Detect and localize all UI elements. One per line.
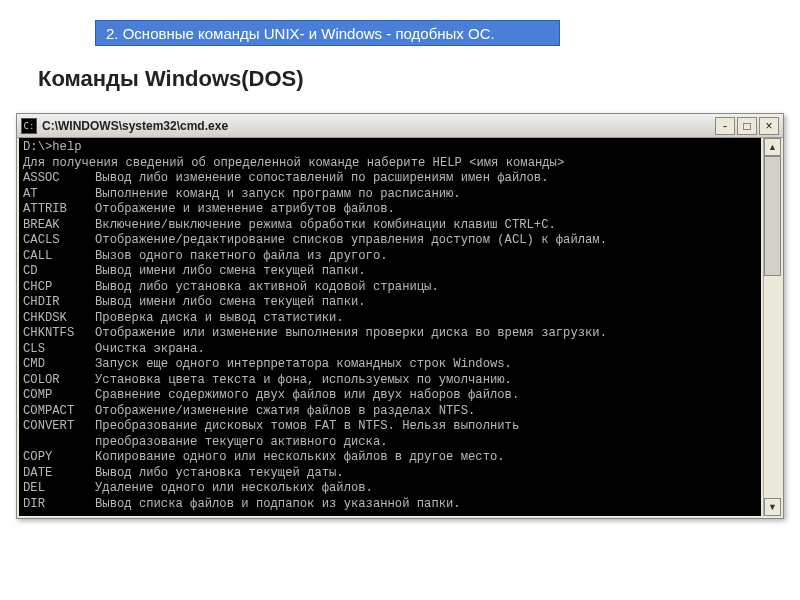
cmd-icon: C: [21,118,37,134]
command-desc: Удаление одного или нескольких файлов. [95,481,753,497]
command-row: DATEВывод либо установка текущей даты. [23,466,757,482]
command-name: CHKNTFS [23,326,95,342]
command-name: CLS [23,342,95,358]
command-desc: Отображение/редактирование списков управ… [95,233,753,249]
command-row: CHKDSKПроверка диска и вывод статистики. [23,311,757,327]
minimize-button[interactable]: ‐ [715,117,735,135]
command-name: CACLS [23,233,95,249]
command-name: BREAK [23,218,95,234]
command-desc: Отображение или изменение выполнения про… [95,326,753,342]
command-desc: Вывод либо изменение сопоставлений по ра… [95,171,753,187]
command-name: DEL [23,481,95,497]
command-name: CONVERT [23,419,95,435]
window-title: C:\WINDOWS\system32\cmd.exe [42,119,715,133]
scroll-up-button[interactable]: ▲ [764,138,781,156]
scroll-thumb[interactable] [764,156,781,276]
section-title: Команды Windows(DOS) [38,66,304,92]
cmd-window: C: C:\WINDOWS\system32\cmd.exe ‐ □ × D:\… [16,113,784,519]
command-desc: Вызов одного пакетного файла из другого. [95,249,753,265]
window-controls: ‐ □ × [715,117,779,135]
command-row: CLSОчистка экрана. [23,342,757,358]
command-desc: Выполнение команд и запуск программ по р… [95,187,753,203]
command-row: CDВывод имени либо смена текущей папки. [23,264,757,280]
command-name: CALL [23,249,95,265]
command-name: ATTRIB [23,202,95,218]
command-row: DELУдаление одного или нескольких файлов… [23,481,757,497]
command-name: AT [23,187,95,203]
command-row: CHKNTFSОтображение или изменение выполне… [23,326,757,342]
maximize-button[interactable]: □ [737,117,757,135]
help-intro: Для получения сведений об определенной к… [23,156,757,172]
command-row: COPYКопирование одного или нескольких фа… [23,450,757,466]
terminal-output[interactable]: D:\>helpДля получения сведений об опреде… [19,138,761,516]
command-desc: Включение/выключение режима обработки ко… [95,218,753,234]
command-desc: Вывод списка файлов и подпапок из указан… [95,497,753,513]
command-name: CD [23,264,95,280]
vertical-scrollbar[interactable]: ▲ ▼ [763,138,781,516]
command-name: COMPACT [23,404,95,420]
scroll-down-button[interactable]: ▼ [764,498,781,516]
command-row: BREAKВключение/выключение режима обработ… [23,218,757,234]
command-row: DIRВывод списка файлов и подпапок из ука… [23,497,757,513]
prompt-line: D:\>help [23,140,757,156]
command-desc: Отображение/изменение сжатия файлов в ра… [95,404,753,420]
command-name: CMD [23,357,95,373]
command-desc: Отображение и изменение атрибутов файлов… [95,202,753,218]
command-desc: Очистка экрана. [95,342,753,358]
command-desc: Сравнение содержимого двух файлов или дв… [95,388,753,404]
command-desc: Установка цвета текста и фона, используе… [95,373,753,389]
close-button[interactable]: × [759,117,779,135]
command-name: CHDIR [23,295,95,311]
command-row: CHDIRВывод имени либо смена текущей папк… [23,295,757,311]
command-name: COMP [23,388,95,404]
command-row: CMDЗапуск еще одного интерпретатора кома… [23,357,757,373]
command-name: COPY [23,450,95,466]
command-name: COLOR [23,373,95,389]
command-desc: Вывод имени либо смена текущей папки. [95,295,753,311]
command-desc: Вывод либо установка активной кодовой ст… [95,280,753,296]
command-row: ATTRIBОтображение и изменение атрибутов … [23,202,757,218]
command-desc: Вывод имени либо смена текущей папки. [95,264,753,280]
slide-header: 2. Основные команды UNIX- и Windows - по… [95,20,560,46]
command-row: CHCPВывод либо установка активной кодово… [23,280,757,296]
command-desc: Копирование одного или нескольких файлов… [95,450,753,466]
command-desc: Запуск еще одного интерпретатора командн… [95,357,753,373]
command-desc: Преобразование дисковых томов FAT в NTFS… [95,419,753,435]
command-name: CHKDSK [23,311,95,327]
command-row: CACLSОтображение/редактирование списков … [23,233,757,249]
command-row: CONVERTПреобразование дисковых томов FAT… [23,419,757,435]
command-row: COMPСравнение содержимого двух файлов ил… [23,388,757,404]
command-desc: преобразование текущего активного диска. [95,435,753,451]
command-name: ASSOC [23,171,95,187]
command-desc: Вывод либо установка текущей даты. [95,466,753,482]
command-name: DIR [23,497,95,513]
command-row: преобразование текущего активного диска. [23,435,757,451]
command-name: DATE [23,466,95,482]
command-row: COLORУстановка цвета текста и фона, испо… [23,373,757,389]
command-name: CHCP [23,280,95,296]
command-desc: Проверка диска и вывод статистики. [95,311,753,327]
command-row: CALLВызов одного пакетного файла из друг… [23,249,757,265]
titlebar[interactable]: C: C:\WINDOWS\system32\cmd.exe ‐ □ × [17,114,783,138]
command-row: ASSOCВывод либо изменение сопоставлений … [23,171,757,187]
command-row: ATВыполнение команд и запуск программ по… [23,187,757,203]
command-row: COMPACTОтображение/изменение сжатия файл… [23,404,757,420]
